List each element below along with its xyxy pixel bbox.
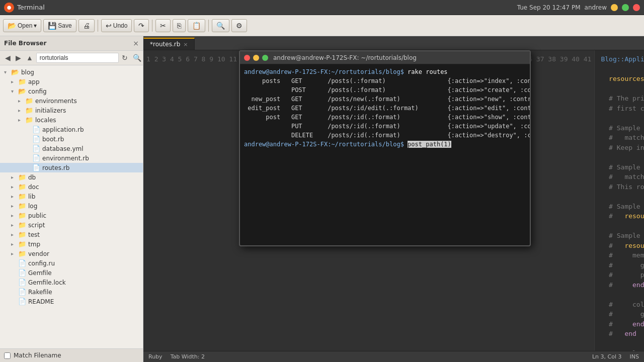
tree-arrow-icon: ▸ <box>11 194 16 199</box>
mode-status: INS <box>630 353 639 360</box>
open-button[interactable]: 📂 Open ▾ <box>3 19 41 32</box>
folder-icon: 📁 <box>25 107 33 114</box>
sidebar-item[interactable]: 📄boot.rb <box>0 134 143 144</box>
topbar-right: Tue Sep 20 12:47 PM andrew <box>517 4 640 11</box>
sidebar-item-label: README <box>28 298 54 305</box>
paste-button[interactable]: 📋 <box>188 19 205 32</box>
tools-icon: ⚙ <box>236 22 243 30</box>
editor-area: *routes.rb × 1 2 3 4 5 6 7 8 9 10 11 12 … <box>143 36 644 362</box>
language-status: Ruby <box>148 353 163 360</box>
sidebar-item-label: Rakefile <box>28 289 52 296</box>
terminal-window[interactable]: andrew@andrew-P-172S-FX: ~/rortutorials/… <box>239 50 531 246</box>
toolbar: 📂 Open ▾ 💾 Save 🖨 ↩ Undo ↷ ✂ ⎘ 📋 🔍 ⚙ <box>0 15 644 36</box>
sidebar-item[interactable]: ▸📁script <box>0 220 143 230</box>
sidebar-item[interactable]: ▾📂config <box>0 86 143 96</box>
folder-icon: 📁 <box>18 78 26 85</box>
sidebar-item[interactable]: ▸📁vendor <box>0 249 143 258</box>
close-window-button[interactable] <box>633 4 640 11</box>
cut-button[interactable]: ✂ <box>155 19 171 32</box>
sidebar-item-label: application.rb <box>42 126 84 133</box>
undo-icon: ↩ <box>106 22 112 30</box>
sidebar-item-label: locales <box>35 117 56 124</box>
folder-icon: 📂 <box>18 87 26 95</box>
print-button[interactable]: 🖨 <box>78 19 95 32</box>
tree-arrow-icon: ▸ <box>11 232 16 237</box>
dropdown-arrow-icon: ▾ <box>34 22 37 29</box>
sidebar-item[interactable]: ▸📁db <box>0 172 143 182</box>
terminal-close-button[interactable] <box>244 55 250 61</box>
toolbar-separator-1 <box>98 20 98 32</box>
tree-arrow-icon: ▸ <box>11 241 16 247</box>
match-filename-checkbox[interactable] <box>4 352 11 359</box>
save-icon: 💾 <box>48 22 56 30</box>
topbar-left: ● Terminal <box>4 3 517 13</box>
sidebar-item[interactable]: ▸📁app <box>0 77 143 86</box>
tree-arrow-icon: ▸ <box>11 184 16 190</box>
folder-icon: 📁 <box>25 97 33 105</box>
sidebar-item[interactable]: ▾📂blog <box>0 67 143 77</box>
sidebar-item-label: Gemfile.lock <box>28 279 66 286</box>
sidebar-item[interactable]: 📄config.ru <box>0 258 143 268</box>
folder-icon: 📁 <box>18 183 26 191</box>
sidebar-item[interactable]: ▸📁log <box>0 201 143 211</box>
sidebar: File Browser × ◀ ▶ ▲ ↻ 🔍 ▾📂blog▸📁app▾📂co… <box>0 36 143 362</box>
sidebar-up-button[interactable]: ▲ <box>24 53 35 63</box>
terminal-content[interactable]: andrew@andrew-P-172S-FX:~/rortutorials/b… <box>240 64 530 245</box>
sidebar-item[interactable]: 📄Rakefile <box>0 287 143 297</box>
sidebar-item[interactable]: ▸📁public <box>0 211 143 220</box>
sidebar-item[interactable]: 📄application.rb <box>0 125 143 134</box>
tree-arrow-icon: ▸ <box>11 203 16 209</box>
sidebar-item[interactable]: ▸📁lib <box>0 192 143 201</box>
sidebar-reload-button[interactable]: ↻ <box>120 53 130 63</box>
sidebar-back-button[interactable]: ◀ <box>3 53 13 63</box>
sidebar-item-label: db <box>28 174 36 181</box>
sidebar-item-label: environment.rb <box>42 155 89 162</box>
terminal-maximize-button[interactable] <box>262 55 268 61</box>
position-status: Ln 3, Col 3 <box>592 353 622 360</box>
sidebar-location-input[interactable] <box>36 53 119 63</box>
sidebar-item[interactable]: ▸📁doc <box>0 182 143 192</box>
sidebar-item[interactable]: ▸📁tmp <box>0 239 143 249</box>
save-button[interactable]: 💾 Save <box>43 19 76 32</box>
tab-routes-rb[interactable]: *routes.rb × <box>143 38 195 50</box>
sidebar-item[interactable]: ▸📁locales <box>0 115 143 125</box>
copy-button[interactable]: ⎘ <box>173 19 186 32</box>
redo-button[interactable]: ↷ <box>134 19 149 32</box>
sidebar-item[interactable]: 📄database.yml <box>0 144 143 153</box>
sidebar-search-button[interactable]: 🔍 <box>131 53 143 63</box>
sidebar-item[interactable]: 📄Gemfile.lock <box>0 278 143 287</box>
terminal-minimize-button[interactable] <box>253 55 259 61</box>
tools-button[interactable]: ⚙ <box>231 19 247 32</box>
sidebar-item[interactable]: 📄routes.rb <box>0 163 143 172</box>
sidebar-item[interactable]: 📄Gemfile <box>0 268 143 278</box>
tab-close-button[interactable]: × <box>183 41 188 48</box>
sidebar-item-label: blog <box>21 69 34 76</box>
sidebar-forward-button[interactable]: ▶ <box>14 53 23 63</box>
tree-arrow-icon: ▸ <box>11 174 16 180</box>
minimize-button[interactable] <box>611 4 618 11</box>
undo-button[interactable]: ↩ Undo <box>101 19 132 32</box>
sidebar-item[interactable]: ▸📁environments <box>0 96 143 106</box>
file-icon: 📄 <box>32 164 40 171</box>
tree-arrow-icon: ▾ <box>11 88 16 94</box>
folder-icon: 📂 <box>11 68 19 76</box>
sidebar-header: File Browser × <box>0 36 143 51</box>
sidebar-item[interactable]: ▸📁initializers <box>0 106 143 115</box>
sidebar-item-label: Gemfile <box>28 269 52 277</box>
sidebar-close-button[interactable]: × <box>133 39 139 47</box>
sidebar-item-label: test <box>28 231 40 238</box>
sidebar-item[interactable]: 📄README <box>0 297 143 306</box>
sidebar-item[interactable]: ▸📁test <box>0 230 143 239</box>
tree-arrow-icon: ▸ <box>11 213 16 218</box>
print-icon: 🖨 <box>83 22 90 30</box>
folder-icon: 📁 <box>18 193 26 200</box>
sidebar-item[interactable]: 📄environment.rb <box>0 153 143 163</box>
topbar-title: Terminal <box>17 4 45 11</box>
sidebar-nav: ◀ ▶ ▲ ↻ 🔍 <box>0 51 143 65</box>
code-content[interactable]: Blog::Application.routes.draw do resourc… <box>595 50 644 351</box>
sidebar-item-label: routes.rb <box>42 164 69 171</box>
search-button[interactable]: 🔍 <box>212 19 229 32</box>
maximize-button[interactable] <box>622 4 629 11</box>
sidebar-match-bar: Match Filename <box>0 348 143 362</box>
file-icon: 📄 <box>18 298 26 305</box>
